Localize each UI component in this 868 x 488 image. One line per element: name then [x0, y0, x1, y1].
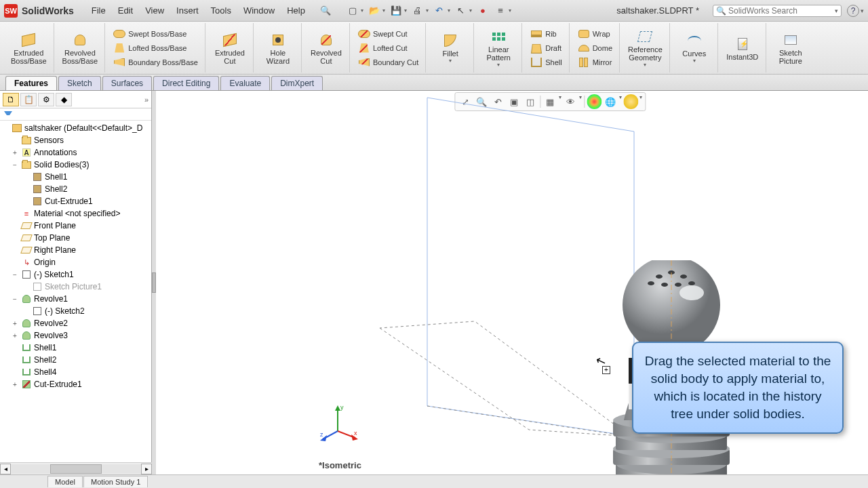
fm-tab-feature-tree-icon[interactable]: 🗋 [3, 93, 19, 106]
tab-surfaces[interactable]: Surfaces [102, 76, 152, 90]
tab-dimxpert[interactable]: DimXpert [271, 76, 323, 90]
fm-tab-config-icon[interactable]: ⚙ [38, 93, 54, 106]
menu-window[interactable]: Window [238, 3, 280, 18]
tree-material[interactable]: ≡Material <not specified> [0, 207, 151, 220]
tree-sketch1[interactable]: −(-) Sketch1 [0, 268, 151, 281]
boundary-boss-button[interactable]: Boundary Boss/Base [111, 56, 201, 69]
swept-boss-button[interactable]: Swept Boss/Base [111, 27, 201, 41]
tab-sketch[interactable]: Sketch [58, 76, 101, 90]
new-doc-icon[interactable]: ▢ [346, 4, 359, 18]
tree-revolve3[interactable]: +Revolve3 [0, 329, 151, 342]
tooltip-text: Drag the selected material to the solid … [644, 352, 831, 423]
tree-body-shell1[interactable]: Shell1 [0, 171, 151, 183]
tree-hscrollbar[interactable]: ◂ ▸ [0, 462, 152, 474]
menu-edit[interactable]: Edit [113, 3, 138, 18]
orientation-triad[interactable]: y x z [319, 403, 359, 443]
select-icon[interactable]: ↖ [454, 4, 468, 18]
tree-sketch-picture1[interactable]: Sketch Picture1 [0, 281, 151, 293]
extruded-boss-button[interactable]: Extruded Boss/Base [8, 30, 50, 66]
graphics-area[interactable]: ⤢ 🔍 ↶ ▣ ◫ ▦▾ 👁▾ 🌐▾ ▾ [156, 91, 868, 474]
feature-manager-tabs: 🗋 📋 ⚙ ◆ » [0, 91, 151, 108]
tree-right-plane[interactable]: Right Plane [0, 244, 151, 256]
search-dropdown-icon[interactable]: ▾ [835, 7, 838, 14]
wrap-button[interactable]: Wrap [575, 27, 615, 41]
tree-root[interactable]: saltshaker (Default<<Default>_D [0, 122, 151, 134]
shell-button[interactable]: Shell [528, 56, 564, 69]
search-input[interactable] [728, 6, 835, 16]
scroll-right-icon[interactable]: ▸ [141, 464, 152, 474]
scroll-thumb[interactable] [50, 464, 102, 474]
menu-file[interactable]: File [86, 3, 111, 18]
open-icon[interactable]: 📂 [368, 4, 381, 18]
search-box[interactable]: 🔍 ▾ [713, 5, 842, 17]
search-glass-icon: 🔍 [716, 6, 726, 16]
svg-marker-23 [335, 405, 340, 411]
quick-toolbar: 🔍 ▢▾ 📂▾ 💾▾ 🖨▾ ↶▾ ↖▾ ● ≡▾ [319, 4, 511, 18]
tree-shell1[interactable]: Shell1 [0, 342, 151, 354]
tree-top-plane[interactable]: Top Plane [0, 232, 151, 244]
feature-filter-row[interactable] [0, 108, 151, 121]
svg-point-15 [656, 274, 663, 279]
help-dropdown-icon[interactable]: ▾ [861, 7, 864, 14]
tree-shell4[interactable]: Shell4 [0, 366, 151, 378]
rebuild-icon[interactable]: ● [476, 4, 490, 18]
tree-shell2[interactable]: Shell2 [0, 354, 151, 366]
tree-revolve1[interactable]: −Revolve1 [0, 293, 151, 305]
mirror-button[interactable]: Mirror [575, 56, 615, 69]
options-icon[interactable]: ≡ [494, 4, 507, 18]
cursor-plus-icon: + [602, 366, 610, 374]
print-icon[interactable]: 🖨 [411, 4, 425, 18]
save-icon[interactable]: 💾 [389, 4, 403, 18]
feature-manager-panel: 🗋 📋 ⚙ ◆ » saltshaker (Default<<Default>_… [0, 91, 152, 474]
fillet-button[interactable]: Fillet▾ [431, 30, 469, 65]
scroll-left-icon[interactable]: ◂ [0, 464, 11, 474]
boundary-cut-button[interactable]: Boundary Cut [355, 56, 421, 69]
menu-view[interactable]: View [140, 3, 170, 18]
dome-button[interactable]: Dome [575, 41, 615, 55]
tree-revolve2[interactable]: +Revolve2 [0, 317, 151, 329]
swept-cut-button[interactable]: Swept Cut [355, 27, 421, 41]
tree-body-cutextrude1[interactable]: Cut-Extrude1 [0, 195, 151, 207]
tree-solid-bodies[interactable]: −Solid Bodies(3) [0, 159, 151, 171]
reference-geometry-button[interactable]: Reference Geometry▾ [625, 26, 665, 69]
bottom-tab-model[interactable]: Model [47, 476, 83, 487]
tree-sketch2[interactable]: (-) Sketch2 [0, 305, 151, 317]
bottom-tab-motion-study[interactable]: Motion Study 1 [83, 476, 148, 487]
linear-pattern-button[interactable]: Linear Pattern▾ [479, 26, 517, 69]
tree-front-plane[interactable]: Front Plane [0, 220, 151, 232]
curves-button[interactable]: Curves▾ [675, 30, 713, 65]
sketch-picture-button[interactable]: Sketch Picture [772, 30, 810, 66]
tree-body-shell2[interactable]: Shell2 [0, 183, 151, 195]
menu-help[interactable]: Help [281, 3, 311, 18]
feature-tree: saltshaker (Default<<Default>_D Sensors … [0, 121, 151, 474]
view-orientation-label: *Isometric [319, 460, 361, 470]
tree-origin[interactable]: ↳Origin [0, 256, 151, 268]
tree-annotations[interactable]: +AAnnotations [0, 146, 151, 159]
menu-tools[interactable]: Tools [205, 3, 237, 18]
undo-icon[interactable]: ↶ [433, 4, 446, 18]
svg-text:z: z [320, 431, 323, 438]
help-icon[interactable]: ? [847, 5, 859, 17]
revolved-cut-button[interactable]: Revolved Cut [307, 30, 345, 66]
search-icon[interactable]: 🔍 [319, 4, 332, 18]
menu-bar: File Edit View Insert Tools Window Help [86, 3, 311, 18]
tab-features[interactable]: Features [5, 76, 57, 90]
menu-insert[interactable]: Insert [171, 3, 204, 18]
draft-button[interactable]: Draft [528, 41, 564, 55]
lofted-cut-button[interactable]: Lofted Cut [355, 41, 421, 55]
rib-button[interactable]: Rib [528, 27, 564, 41]
tab-direct-editing[interactable]: Direct Editing [153, 76, 219, 90]
tree-cut-extrude1[interactable]: +Cut-Extrude1 [0, 378, 151, 390]
fm-tab-property-icon[interactable]: 📋 [20, 93, 37, 106]
svg-point-18 [688, 281, 695, 285]
fm-collapse-icon[interactable]: » [144, 96, 149, 104]
tree-sensors[interactable]: Sensors [0, 134, 151, 146]
lofted-boss-button[interactable]: Lofted Boss/Base [111, 41, 201, 55]
extruded-cut-button[interactable]: Extruded Cut [211, 30, 249, 66]
instant3d-button[interactable]: Instant3D [724, 34, 762, 62]
tab-evaluate[interactable]: Evaluate [220, 76, 270, 90]
svg-point-19 [661, 283, 668, 287]
fm-tab-dimxpert-icon[interactable]: ◆ [56, 93, 72, 106]
revolved-boss-button[interactable]: Revolved Boss/Base [60, 30, 101, 66]
hole-wizard-button[interactable]: Hole Wizard [259, 30, 297, 66]
